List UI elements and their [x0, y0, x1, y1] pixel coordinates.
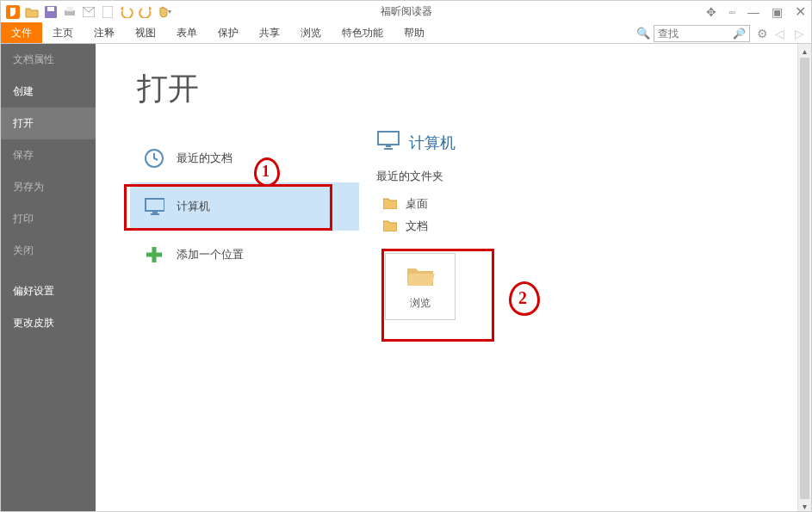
folder-icon — [383, 219, 397, 234]
minimize-icon[interactable]: ― — [747, 5, 759, 19]
tab-home[interactable]: 主页 — [42, 22, 84, 43]
location-recent[interactable]: 最近的文档 — [130, 134, 359, 182]
email-icon[interactable] — [82, 5, 96, 19]
title-bar: ▾ 福昕阅读器 ✥ ▫▫ ― ▣ ✕ — [1, 1, 811, 22]
scroll-thumb[interactable] — [800, 58, 809, 499]
backstage-sidebar: 文档属性 创建 打开 保存 另存为 打印 关闭 偏好设置 更改皮肤 — [1, 44, 96, 512]
tab-share[interactable]: 共享 — [249, 22, 290, 43]
tab-special[interactable]: 特色功能 — [332, 22, 394, 43]
tab-view[interactable]: 视图 — [125, 22, 166, 43]
svg-rect-6 — [102, 6, 113, 18]
svg-rect-9 — [378, 132, 399, 145]
sidebar-item-open[interactable]: 打开 — [1, 108, 96, 139]
sidebar-item-preferences[interactable]: 偏好设置 — [1, 275, 96, 307]
backstage-content: 打开 最近的文档 计算机 添加一个位置 计算机 最近的文件夹 — [96, 44, 811, 512]
plus-icon — [144, 244, 164, 265]
vertical-scrollbar[interactable]: ▴ ▾ — [797, 44, 811, 512]
svg-rect-8 — [146, 199, 164, 211]
svg-rect-2 — [47, 7, 54, 11]
computer-icon — [376, 130, 400, 155]
folder-icon — [383, 197, 397, 212]
browse-button[interactable]: 浏览 — [385, 253, 456, 320]
sidebar-item-skin[interactable]: 更改皮肤 — [1, 307, 96, 339]
gear-icon[interactable]: ⚙ — [757, 27, 768, 40]
scroll-down-icon[interactable]: ▾ — [798, 499, 811, 512]
sidebar-item-saveas[interactable]: 另存为 — [1, 171, 96, 203]
sidebar-item-create[interactable]: 创建 — [1, 76, 96, 108]
nav-next-icon[interactable]: ▷ — [791, 27, 808, 40]
close-icon[interactable]: ✕ — [795, 3, 806, 20]
details-title-text: 计算机 — [409, 133, 456, 153]
recent-folders-label: 最近的文件夹 — [376, 169, 811, 184]
tab-form[interactable]: 表单 — [166, 22, 208, 43]
restore-icon[interactable]: ▣ — [772, 5, 783, 19]
sidebar-item-save[interactable]: 保存 — [1, 139, 96, 171]
quick-access-toolbar: ▾ — [1, 5, 171, 19]
location-computer[interactable]: 计算机 — [130, 182, 359, 231]
folder-row-documents[interactable]: 文档 — [376, 215, 811, 237]
location-label: 添加一个位置 — [177, 247, 244, 262]
clock-icon — [144, 148, 164, 169]
folder-open-icon — [406, 263, 435, 291]
ribbon-tabs: 文件 主页 注释 视图 表单 保护 共享 浏览 特色功能 帮助 🔍 🔎 ⚙ ◁ … — [1, 22, 811, 44]
location-label: 计算机 — [177, 199, 210, 214]
redo-icon[interactable] — [139, 5, 152, 19]
details-column: 计算机 最近的文件夹 桌面 文档 浏览 — [359, 44, 811, 512]
search-input[interactable] — [658, 28, 730, 40]
folder-label: 桌面 — [406, 196, 428, 212]
pin-icon[interactable]: ✥ — [706, 5, 716, 19]
location-add[interactable]: 添加一个位置 — [130, 231, 359, 279]
save-icon[interactable] — [44, 5, 58, 19]
backstage: 文档属性 创建 打开 保存 另存为 打印 关闭 偏好设置 更改皮肤 打开 最近的… — [1, 44, 811, 512]
scroll-up-icon[interactable]: ▴ — [798, 44, 811, 58]
tab-file[interactable]: 文件 — [1, 22, 42, 43]
print-icon[interactable] — [63, 5, 77, 19]
computer-icon — [144, 196, 164, 217]
undo-icon[interactable] — [120, 5, 133, 19]
open-icon[interactable] — [25, 5, 39, 19]
tab-help[interactable]: 帮助 — [394, 22, 435, 43]
app-logo-icon — [6, 5, 20, 19]
locations-column: 最近的文档 计算机 添加一个位置 — [96, 44, 359, 512]
ribbon-display-icon[interactable]: ▫▫ — [728, 7, 735, 17]
folder-row-desktop[interactable]: 桌面 — [376, 193, 811, 215]
find-folder-icon[interactable]: 🔍 — [636, 27, 650, 40]
nav-prev-icon[interactable]: ◁ — [772, 27, 788, 40]
tab-comment[interactable]: 注释 — [84, 22, 125, 43]
details-title: 计算机 — [376, 130, 811, 155]
search-box[interactable]: 🔎 — [654, 25, 750, 42]
browse-label: 浏览 — [410, 296, 431, 311]
tab-browse[interactable]: 浏览 — [290, 22, 332, 43]
options-icon[interactable] — [101, 5, 115, 19]
hand-icon[interactable]: ▾ — [158, 5, 171, 19]
svg-rect-4 — [66, 7, 73, 11]
sidebar-item-print[interactable]: 打印 — [1, 203, 96, 235]
page-title: 打开 — [137, 68, 199, 110]
sidebar-item-close[interactable]: 关闭 — [1, 235, 96, 267]
folder-label: 文档 — [406, 219, 428, 234]
sidebar-item-properties[interactable]: 文档属性 — [1, 44, 96, 76]
app-title: 福昕阅读器 — [381, 4, 432, 19]
tab-protect[interactable]: 保护 — [208, 22, 249, 43]
location-label: 最近的文档 — [177, 151, 232, 166]
window-controls: ✥ ▫▫ ― ▣ ✕ — [706, 1, 806, 22]
search-icon[interactable]: 🔎 — [733, 28, 746, 40]
